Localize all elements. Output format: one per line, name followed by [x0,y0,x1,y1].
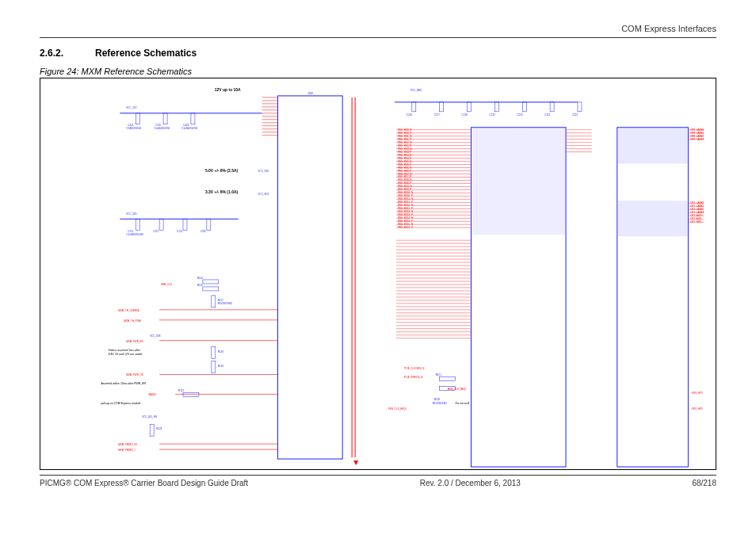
page-footer: PICMG® COM Express® Carrier Board Design… [40,475,716,487]
svg-rect-79 [578,102,582,112]
svg-text:C315: C315 [200,230,206,233]
schematic-svg: 12V up to 10A VCC_12V C424 CS3613V/55G C… [40,78,716,469]
svg-text:WAKE#: WAKE# [148,393,157,396]
net-peg-rx: PEG_RX15_P [398,226,413,229]
svg-text:R119: R119 [218,365,223,368]
svg-rect-61 [212,296,216,308]
svg-text:C214: C214 [177,230,182,233]
svg-text:C220: C220 [517,113,522,117]
svg-text:Asserted within 10ms after PWR: Asserted within 10ms after PWR_EN [101,382,146,385]
svg-rect-57 [203,280,219,284]
svg-text:PEG_CLK_REQ#: PEG_CLK_REQ# [388,407,407,411]
svg-rect-68 [183,392,199,396]
bus-center-right [566,130,592,152]
svg-rect-13 [136,219,139,230]
svg-rect-2 [163,113,167,124]
svg-text:C219: C219 [489,113,494,117]
connector-j200-left [278,96,343,459]
svg-rect-16 [207,219,211,230]
footer-center: Rev. 2.0 / December 6, 2013 [420,479,521,487]
svg-text:R128: R128 [434,398,440,401]
section-number: 2.6.2. [40,48,95,59]
svg-text:VCC_5V0: VCC_5V0 [258,170,269,173]
svg-rect-14 [159,219,163,230]
svg-text:PCIE_CLK#RX0_N: PCIE_CLK#RX0_N [404,367,425,370]
svg-text:C216: C216 [407,113,412,117]
svg-text:C1u0f/6X5V16G: C1u0f/6X5V16G [126,233,143,236]
svg-text:R118: R118 [218,350,223,353]
section-heading: 2.6.2. Reference Schematics [40,48,716,59]
conn-label-j200: J200 [307,92,313,95]
svg-marker-196 [353,460,358,465]
svg-text:MXM_PWR_OK: MXM_PWR_OK [126,373,143,376]
svg-text:R114: R114 [197,277,203,280]
footer-right: 68/218 [692,479,716,487]
svg-text:VCC_3V3: VCC_3V3 [150,334,161,338]
svg-text:R122: R122 [178,389,184,392]
bus-peg-tx [396,240,472,338]
svg-text:C1c0b0X5V/50: C1c0b0X5V/50 [181,127,197,130]
svg-text:VCC_3V3: VCC_3V3 [258,193,269,196]
svg-rect-76 [494,102,498,112]
svg-text:R121: R121 [436,373,441,376]
svg-text:MXM_TH_OVERTA: MXM_TH_OVERTA [118,309,139,312]
svg-text:CS3613V/55G: CS3613V/55G [126,127,142,130]
svg-text:DP0_LANE3: DP0_LANE3 [690,138,704,141]
figure-caption: Figure 24: MXM Reference Schematics [40,67,716,76]
svg-rect-73 [412,102,416,112]
svg-rect-77 [522,102,526,112]
svg-text:Smbus asserted 1ms after: Smbus asserted 1ms after [108,349,140,352]
cap-bank-12v [136,113,195,124]
svg-text:MXM_PWR_EN: MXM_PWR_EN [126,340,143,343]
svg-text:VCC_341_EN: VCC_341_EN [142,415,157,418]
svg-text:C218: C218 [462,113,468,117]
svg-text:DP1_HPD: DP1_HPD [690,220,701,224]
footer-left: PICMG® COM Express® Carrier Board Design… [40,479,248,487]
net-smbclk: SMB_CLK [161,283,172,286]
volt-5v: 5.0V +/- 6% (2.5A) [205,169,239,173]
volt-3v: 3.3V +/- 6% (1.0A) [205,190,239,194]
rail-vccgnd: VCC_GND [410,89,422,92]
svg-rect-66 [212,361,216,373]
svg-rect-3 [191,113,195,124]
svg-rect-70 [150,424,154,436]
svg-text:GPU_HPD: GPU_HPD [691,407,702,411]
svg-rect-78 [550,102,554,112]
section-title: Reference Schematics [95,48,197,59]
svg-text:C1c0b0X5V/50: C1c0b0X5V/50 [154,127,170,130]
svg-text:C221: C221 [544,113,550,117]
rail-vcc5v5: VCC_5V5 [126,212,137,216]
schematic-diagram: 12V up to 10A VCC_12V C424 CS3613V/55G C… [40,78,716,470]
svg-text:R1V10K#H02: R1V10K#H02 [433,402,448,405]
header-interface: COM Express Interfaces [40,24,716,33]
svg-text:3.3V, 5V and 12V are stable: 3.3V, 5V and 12V are stable [108,353,142,356]
svg-text:MXM_TH_PWM: MXM_TH_PWM [124,319,141,323]
pullups: R114 R115 R117 R1V10K#H02 R118 R119 R122… [150,277,232,436]
svg-rect-64 [212,347,216,359]
svg-rect-163 [440,376,456,380]
svg-text:MXM_CLK_REQ#: MXM_CLK_REQ# [448,388,467,391]
svg-rect-59 [203,287,219,291]
cap-bank-gnd [412,102,582,112]
svg-text:R115: R115 [197,284,203,287]
header-rule [40,37,716,38]
connector-right [617,128,689,467]
svg-text:MXM_PRSNT_N#: MXM_PRSNT_N# [118,443,137,446]
svg-text:R1V10K#H02: R1V10K#H02 [218,302,233,305]
svg-text:GPU_HPD: GPU_HPD [691,392,702,395]
svg-text:Do not stuff: Do not stuff [456,402,470,405]
svg-text:C222: C222 [572,113,578,117]
svg-rect-1 [136,113,139,124]
svg-text:R123: R123 [156,427,162,430]
svg-rect-15 [183,219,187,230]
svg-rect-74 [440,102,444,112]
svg-rect-87 [472,128,566,235]
svg-text:MXM_PRSNT_#: MXM_PRSNT_# [118,449,136,452]
svg-rect-171 [618,201,688,236]
svg-text:PCIE_PERSTa_N: PCIE_PERSTa_N [404,376,423,379]
svg-text:C217: C217 [434,113,440,117]
svg-text:C212: C212 [153,230,158,233]
volt-12v: 12V up to 10A [215,88,241,92]
svg-text:pull-up on COM Express module: pull-up on COM Express module [101,402,140,405]
svg-rect-75 [468,102,472,112]
